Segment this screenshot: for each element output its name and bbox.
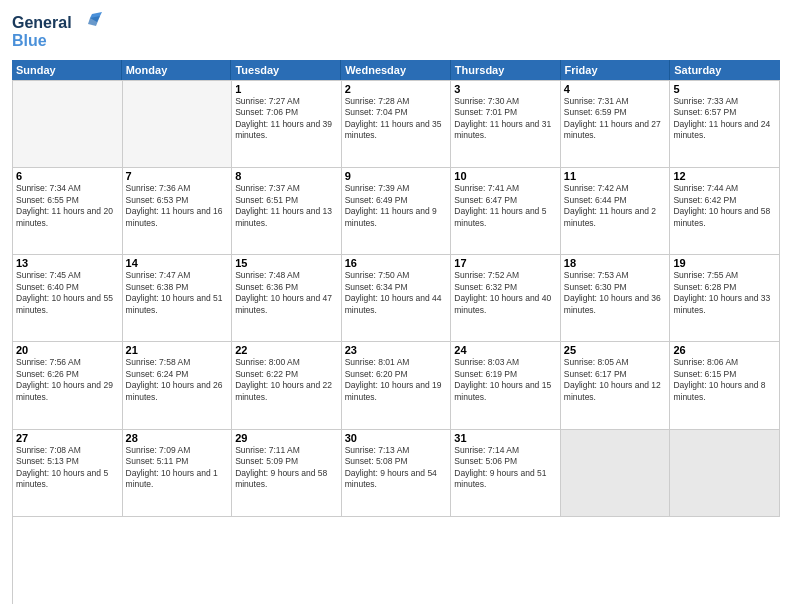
logo: General Blue [12,10,102,54]
day-info: Sunrise: 7:45 AM Sunset: 6:40 PM Dayligh… [16,270,119,316]
calendar-cell: 31Sunrise: 7:14 AM Sunset: 5:06 PM Dayli… [451,430,561,517]
day-info: Sunrise: 7:08 AM Sunset: 5:13 PM Dayligh… [16,445,119,491]
day-info: Sunrise: 8:06 AM Sunset: 6:15 PM Dayligh… [673,357,776,403]
calendar-cell: 14Sunrise: 7:47 AM Sunset: 6:38 PM Dayli… [123,255,233,342]
calendar-cell: 2Sunrise: 7:28 AM Sunset: 7:04 PM Daylig… [342,81,452,168]
day-number: 15 [235,257,338,269]
calendar-cell: 3Sunrise: 7:30 AM Sunset: 7:01 PM Daylig… [451,81,561,168]
calendar: SundayMondayTuesdayWednesdayThursdayFrid… [12,60,780,604]
weekday-header: Thursday [451,60,561,80]
calendar-cell: 6Sunrise: 7:34 AM Sunset: 6:55 PM Daylig… [13,168,123,255]
day-number: 17 [454,257,557,269]
weekday-header: Saturday [670,60,780,80]
svg-text:General: General [12,14,72,31]
calendar-cell: 8Sunrise: 7:37 AM Sunset: 6:51 PM Daylig… [232,168,342,255]
calendar-cell [670,430,780,517]
day-number: 31 [454,432,557,444]
calendar-cell: 10Sunrise: 7:41 AM Sunset: 6:47 PM Dayli… [451,168,561,255]
calendar-cell: 20Sunrise: 7:56 AM Sunset: 6:26 PM Dayli… [13,342,123,429]
calendar-cell: 30Sunrise: 7:13 AM Sunset: 5:08 PM Dayli… [342,430,452,517]
calendar-cell [13,81,123,168]
day-info: Sunrise: 7:48 AM Sunset: 6:36 PM Dayligh… [235,270,338,316]
day-number: 2 [345,83,448,95]
day-info: Sunrise: 7:47 AM Sunset: 6:38 PM Dayligh… [126,270,229,316]
weekday-header: Monday [122,60,232,80]
calendar-cell: 19Sunrise: 7:55 AM Sunset: 6:28 PM Dayli… [670,255,780,342]
day-number: 24 [454,344,557,356]
day-number: 1 [235,83,338,95]
calendar-cell: 11Sunrise: 7:42 AM Sunset: 6:44 PM Dayli… [561,168,671,255]
day-number: 3 [454,83,557,95]
calendar-cell: 28Sunrise: 7:09 AM Sunset: 5:11 PM Dayli… [123,430,233,517]
calendar-cell [123,81,233,168]
day-number: 28 [126,432,229,444]
day-info: Sunrise: 7:14 AM Sunset: 5:06 PM Dayligh… [454,445,557,491]
calendar-cell: 17Sunrise: 7:52 AM Sunset: 6:32 PM Dayli… [451,255,561,342]
calendar-cell: 12Sunrise: 7:44 AM Sunset: 6:42 PM Dayli… [670,168,780,255]
day-number: 25 [564,344,667,356]
day-number: 6 [16,170,119,182]
day-number: 29 [235,432,338,444]
calendar-cell [561,430,671,517]
calendar-cell: 15Sunrise: 7:48 AM Sunset: 6:36 PM Dayli… [232,255,342,342]
day-info: Sunrise: 7:41 AM Sunset: 6:47 PM Dayligh… [454,183,557,229]
day-info: Sunrise: 7:42 AM Sunset: 6:44 PM Dayligh… [564,183,667,229]
day-number: 22 [235,344,338,356]
day-number: 5 [673,83,776,95]
day-number: 13 [16,257,119,269]
day-info: Sunrise: 7:44 AM Sunset: 6:42 PM Dayligh… [673,183,776,229]
calendar-cell: 9Sunrise: 7:39 AM Sunset: 6:49 PM Daylig… [342,168,452,255]
day-info: Sunrise: 8:05 AM Sunset: 6:17 PM Dayligh… [564,357,667,403]
day-info: Sunrise: 7:58 AM Sunset: 6:24 PM Dayligh… [126,357,229,403]
day-info: Sunrise: 7:30 AM Sunset: 7:01 PM Dayligh… [454,96,557,142]
day-info: Sunrise: 7:09 AM Sunset: 5:11 PM Dayligh… [126,445,229,491]
day-info: Sunrise: 7:56 AM Sunset: 6:26 PM Dayligh… [16,357,119,403]
day-info: Sunrise: 7:11 AM Sunset: 5:09 PM Dayligh… [235,445,338,491]
day-number: 18 [564,257,667,269]
day-number: 4 [564,83,667,95]
day-info: Sunrise: 8:03 AM Sunset: 6:19 PM Dayligh… [454,357,557,403]
calendar-cell: 5Sunrise: 7:33 AM Sunset: 6:57 PM Daylig… [670,81,780,168]
calendar-cell: 1Sunrise: 7:27 AM Sunset: 7:06 PM Daylig… [232,81,342,168]
day-info: Sunrise: 7:36 AM Sunset: 6:53 PM Dayligh… [126,183,229,229]
day-number: 11 [564,170,667,182]
calendar-cell: 13Sunrise: 7:45 AM Sunset: 6:40 PM Dayli… [13,255,123,342]
day-number: 14 [126,257,229,269]
calendar-header: SundayMondayTuesdayWednesdayThursdayFrid… [12,60,780,80]
day-info: Sunrise: 7:31 AM Sunset: 6:59 PM Dayligh… [564,96,667,142]
day-info: Sunrise: 7:33 AM Sunset: 6:57 PM Dayligh… [673,96,776,142]
weekday-header: Wednesday [341,60,451,80]
day-number: 16 [345,257,448,269]
day-number: 23 [345,344,448,356]
logo-svg: General Blue [12,10,102,54]
calendar-cell: 22Sunrise: 8:00 AM Sunset: 6:22 PM Dayli… [232,342,342,429]
day-number: 19 [673,257,776,269]
day-info: Sunrise: 7:39 AM Sunset: 6:49 PM Dayligh… [345,183,448,229]
calendar-cell: 29Sunrise: 7:11 AM Sunset: 5:09 PM Dayli… [232,430,342,517]
day-info: Sunrise: 7:53 AM Sunset: 6:30 PM Dayligh… [564,270,667,316]
weekday-header: Friday [561,60,671,80]
calendar-cell: 27Sunrise: 7:08 AM Sunset: 5:13 PM Dayli… [13,430,123,517]
day-number: 8 [235,170,338,182]
calendar-cell: 7Sunrise: 7:36 AM Sunset: 6:53 PM Daylig… [123,168,233,255]
weekday-header: Sunday [12,60,122,80]
calendar-cell: 24Sunrise: 8:03 AM Sunset: 6:19 PM Dayli… [451,342,561,429]
day-info: Sunrise: 7:13 AM Sunset: 5:08 PM Dayligh… [345,445,448,491]
day-number: 7 [126,170,229,182]
day-number: 27 [16,432,119,444]
day-number: 9 [345,170,448,182]
day-number: 21 [126,344,229,356]
day-info: Sunrise: 8:00 AM Sunset: 6:22 PM Dayligh… [235,357,338,403]
day-number: 30 [345,432,448,444]
day-info: Sunrise: 7:27 AM Sunset: 7:06 PM Dayligh… [235,96,338,142]
day-number: 10 [454,170,557,182]
day-info: Sunrise: 7:55 AM Sunset: 6:28 PM Dayligh… [673,270,776,316]
day-info: Sunrise: 7:28 AM Sunset: 7:04 PM Dayligh… [345,96,448,142]
day-number: 12 [673,170,776,182]
day-info: Sunrise: 7:37 AM Sunset: 6:51 PM Dayligh… [235,183,338,229]
calendar-body: 1Sunrise: 7:27 AM Sunset: 7:06 PM Daylig… [12,80,780,604]
day-info: Sunrise: 7:50 AM Sunset: 6:34 PM Dayligh… [345,270,448,316]
day-info: Sunrise: 7:34 AM Sunset: 6:55 PM Dayligh… [16,183,119,229]
calendar-cell: 18Sunrise: 7:53 AM Sunset: 6:30 PM Dayli… [561,255,671,342]
day-info: Sunrise: 7:52 AM Sunset: 6:32 PM Dayligh… [454,270,557,316]
